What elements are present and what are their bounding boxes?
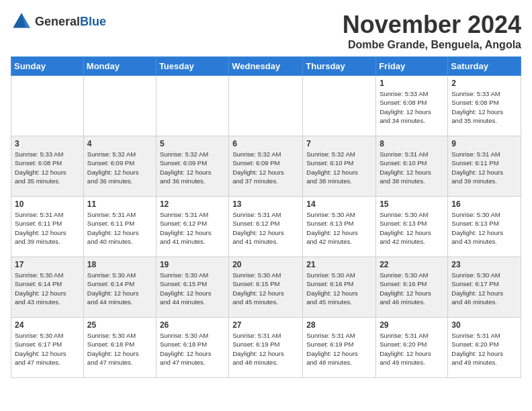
- day-info: Sunrise: 5:31 AM Sunset: 6:19 PM Dayligh…: [306, 331, 372, 367]
- calendar-week-row: 17Sunrise: 5:30 AM Sunset: 6:14 PM Dayli…: [11, 257, 521, 318]
- day-info: Sunrise: 5:32 AM Sunset: 6:10 PM Dayligh…: [306, 150, 372, 185]
- calendar-header-thursday: Thursday: [303, 57, 376, 76]
- day-number: 15: [380, 199, 444, 209]
- calendar-cell: [156, 76, 228, 136]
- calendar-week-row: 10Sunrise: 5:31 AM Sunset: 6:11 PM Dayli…: [11, 197, 521, 257]
- day-info: Sunrise: 5:31 AM Sunset: 6:12 PM Dayligh…: [232, 210, 299, 246]
- day-info: Sunrise: 5:30 AM Sunset: 6:13 PM Dayligh…: [306, 210, 372, 246]
- day-info: Sunrise: 5:31 AM Sunset: 6:11 PM Dayligh…: [15, 210, 80, 246]
- day-number: 17: [15, 260, 80, 269]
- calendar-header-row: SundayMondayTuesdayWednesdayThursdayFrid…: [11, 57, 521, 76]
- day-number: 8: [380, 139, 444, 148]
- calendar-cell: 26Sunrise: 5:30 AM Sunset: 6:18 PM Dayli…: [156, 318, 228, 378]
- day-number: 18: [87, 260, 152, 269]
- day-info: Sunrise: 5:31 AM Sunset: 6:20 PM Dayligh…: [380, 331, 444, 367]
- day-number: 9: [451, 139, 517, 148]
- calendar-cell: 12Sunrise: 5:31 AM Sunset: 6:12 PM Dayli…: [156, 197, 228, 257]
- day-info: Sunrise: 5:30 AM Sunset: 6:14 PM Dayligh…: [15, 271, 80, 306]
- calendar-cell: 21Sunrise: 5:30 AM Sunset: 6:16 PM Dayli…: [303, 257, 376, 318]
- day-number: 3: [15, 139, 80, 148]
- day-number: 6: [232, 139, 299, 148]
- day-info: Sunrise: 5:31 AM Sunset: 6:12 PM Dayligh…: [160, 210, 225, 246]
- calendar-cell: 7Sunrise: 5:32 AM Sunset: 6:10 PM Daylig…: [303, 136, 376, 197]
- day-number: 23: [451, 260, 517, 269]
- calendar-cell: 9Sunrise: 5:31 AM Sunset: 6:11 PM Daylig…: [448, 136, 521, 197]
- logo-text-general: General: [35, 15, 80, 28]
- calendar-week-row: 24Sunrise: 5:30 AM Sunset: 6:17 PM Dayli…: [11, 318, 521, 378]
- day-info: Sunrise: 5:31 AM Sunset: 6:11 PM Dayligh…: [87, 210, 152, 246]
- day-info: Sunrise: 5:31 AM Sunset: 6:20 PM Dayligh…: [451, 331, 517, 367]
- calendar-cell: 2Sunrise: 5:33 AM Sunset: 6:08 PM Daylig…: [448, 76, 521, 136]
- day-number: 26: [160, 320, 225, 330]
- day-info: Sunrise: 5:33 AM Sunset: 6:08 PM Dayligh…: [15, 150, 80, 185]
- day-number: 22: [380, 260, 444, 269]
- day-number: 5: [160, 139, 225, 148]
- calendar-header-monday: Monday: [83, 57, 156, 76]
- day-info: Sunrise: 5:30 AM Sunset: 6:16 PM Dayligh…: [306, 271, 372, 306]
- day-info: Sunrise: 5:30 AM Sunset: 6:17 PM Dayligh…: [15, 331, 80, 367]
- day-number: 30: [451, 320, 517, 330]
- calendar-cell: 15Sunrise: 5:30 AM Sunset: 6:13 PM Dayli…: [376, 197, 448, 257]
- calendar-cell: 8Sunrise: 5:31 AM Sunset: 6:10 PM Daylig…: [376, 136, 448, 197]
- calendar-week-row: 3Sunrise: 5:33 AM Sunset: 6:08 PM Daylig…: [11, 136, 521, 197]
- calendar-cell: 23Sunrise: 5:30 AM Sunset: 6:17 PM Dayli…: [448, 257, 521, 318]
- day-info: Sunrise: 5:30 AM Sunset: 6:18 PM Dayligh…: [87, 331, 152, 367]
- location-title: Dombe Grande, Benguela, Angola: [343, 39, 521, 51]
- day-number: 19: [160, 260, 225, 269]
- day-info: Sunrise: 5:32 AM Sunset: 6:09 PM Dayligh…: [232, 150, 299, 185]
- calendar-cell: 20Sunrise: 5:30 AM Sunset: 6:15 PM Dayli…: [229, 257, 303, 318]
- day-number: 12: [160, 199, 225, 209]
- calendar-header-friday: Friday: [376, 57, 448, 76]
- day-info: Sunrise: 5:30 AM Sunset: 6:15 PM Dayligh…: [160, 271, 225, 306]
- day-number: 16: [451, 199, 517, 209]
- day-number: 2: [451, 79, 517, 88]
- calendar-cell: [83, 76, 156, 136]
- calendar-header-wednesday: Wednesday: [229, 57, 303, 76]
- calendar-body: 1Sunrise: 5:33 AM Sunset: 6:08 PM Daylig…: [11, 76, 521, 378]
- day-info: Sunrise: 5:33 AM Sunset: 6:08 PM Dayligh…: [380, 89, 444, 125]
- day-info: Sunrise: 5:30 AM Sunset: 6:16 PM Dayligh…: [380, 271, 444, 306]
- day-number: 13: [232, 199, 299, 209]
- calendar-header-tuesday: Tuesday: [156, 57, 228, 76]
- day-info: Sunrise: 5:31 AM Sunset: 6:19 PM Dayligh…: [232, 331, 299, 367]
- day-info: Sunrise: 5:30 AM Sunset: 6:18 PM Dayligh…: [160, 331, 225, 367]
- day-info: Sunrise: 5:32 AM Sunset: 6:09 PM Dayligh…: [160, 150, 225, 185]
- title-area: November 2024 Dombe Grande, Benguela, An…: [343, 11, 521, 51]
- day-number: 1: [380, 79, 444, 88]
- calendar-cell: 5Sunrise: 5:32 AM Sunset: 6:09 PM Daylig…: [156, 136, 228, 197]
- day-number: 14: [306, 199, 372, 209]
- calendar-cell: 11Sunrise: 5:31 AM Sunset: 6:11 PM Dayli…: [83, 197, 156, 257]
- calendar-cell: 18Sunrise: 5:30 AM Sunset: 6:14 PM Dayli…: [83, 257, 156, 318]
- day-number: 4: [87, 139, 152, 148]
- logo-icon: [11, 11, 32, 32]
- calendar-cell: 30Sunrise: 5:31 AM Sunset: 6:20 PM Dayli…: [448, 318, 521, 378]
- calendar-header-sunday: Sunday: [11, 57, 84, 76]
- calendar-cell: 16Sunrise: 5:30 AM Sunset: 6:13 PM Dayli…: [448, 197, 521, 257]
- calendar-cell: 13Sunrise: 5:31 AM Sunset: 6:12 PM Dayli…: [229, 197, 303, 257]
- day-number: 20: [232, 260, 299, 269]
- day-number: 11: [87, 199, 152, 209]
- day-info: Sunrise: 5:30 AM Sunset: 6:17 PM Dayligh…: [451, 271, 517, 306]
- calendar-cell: 22Sunrise: 5:30 AM Sunset: 6:16 PM Dayli…: [376, 257, 448, 318]
- month-title: November 2024: [343, 11, 521, 39]
- calendar-cell: 17Sunrise: 5:30 AM Sunset: 6:14 PM Dayli…: [11, 257, 84, 318]
- day-info: Sunrise: 5:30 AM Sunset: 6:13 PM Dayligh…: [380, 210, 444, 246]
- calendar-cell: 14Sunrise: 5:30 AM Sunset: 6:13 PM Dayli…: [303, 197, 376, 257]
- calendar-cell: 28Sunrise: 5:31 AM Sunset: 6:19 PM Dayli…: [303, 318, 376, 378]
- day-info: Sunrise: 5:33 AM Sunset: 6:08 PM Dayligh…: [451, 89, 517, 125]
- calendar-cell: 24Sunrise: 5:30 AM Sunset: 6:17 PM Dayli…: [11, 318, 84, 378]
- logo: GeneralBlue: [11, 11, 106, 32]
- calendar-cell: 1Sunrise: 5:33 AM Sunset: 6:08 PM Daylig…: [376, 76, 448, 136]
- day-number: 24: [15, 320, 80, 330]
- day-number: 10: [15, 199, 80, 209]
- day-info: Sunrise: 5:30 AM Sunset: 6:14 PM Dayligh…: [87, 271, 152, 306]
- calendar-cell: 19Sunrise: 5:30 AM Sunset: 6:15 PM Dayli…: [156, 257, 228, 318]
- calendar-cell: [229, 76, 303, 136]
- day-info: Sunrise: 5:30 AM Sunset: 6:15 PM Dayligh…: [232, 271, 299, 306]
- logo-text-blue: Blue: [80, 15, 106, 28]
- day-number: 29: [380, 320, 444, 330]
- calendar-cell: 27Sunrise: 5:31 AM Sunset: 6:19 PM Dayli…: [229, 318, 303, 378]
- calendar-header-saturday: Saturday: [448, 57, 521, 76]
- calendar-cell: 3Sunrise: 5:33 AM Sunset: 6:08 PM Daylig…: [11, 136, 84, 197]
- day-info: Sunrise: 5:32 AM Sunset: 6:09 PM Dayligh…: [87, 150, 152, 185]
